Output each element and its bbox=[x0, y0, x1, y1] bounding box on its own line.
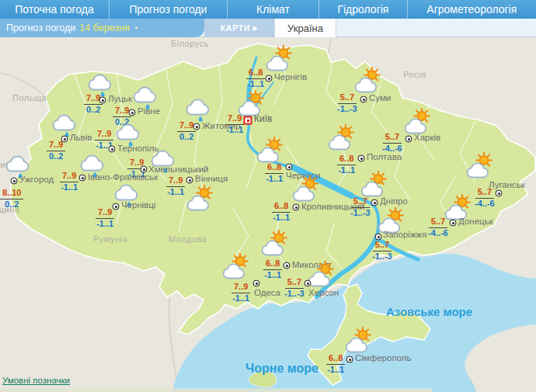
nav-tab-4[interactable]: Гідрологія bbox=[318, 0, 407, 19]
sun-behind-cloud-icon bbox=[186, 185, 214, 214]
nav-tab-3[interactable]: Клімат bbox=[227, 0, 318, 19]
sun-behind-cloud-icon bbox=[328, 124, 356, 154]
night-temp: -1..-3 bbox=[284, 289, 305, 299]
day-temp: 7..9 bbox=[225, 114, 244, 125]
chevron-down-icon: ▼ bbox=[134, 26, 138, 31]
city-label-Суми[interactable]: Суми bbox=[369, 93, 391, 102]
day-temp: 6..8 bbox=[272, 202, 291, 213]
top-navigation: Поточна погодаПрогноз погодиКліматГідрол… bbox=[0, 0, 536, 19]
temperature-Одеса: 7..9-1..1 bbox=[231, 283, 250, 303]
city-label-Одеса[interactable]: Одеса bbox=[254, 288, 280, 297]
city-marker-Миколаїв[interactable] bbox=[284, 262, 291, 269]
forecast-date-selector[interactable]: Прогноз погоди 14 березня ▼ bbox=[0, 19, 204, 37]
arrow-right-icon: ▶ bbox=[252, 25, 258, 32]
city-marker-Одеса[interactable] bbox=[253, 280, 260, 287]
nav-tab-1[interactable]: Поточна погода bbox=[0, 0, 109, 19]
night-temp: -4..-6 bbox=[428, 228, 448, 238]
tab-ukraine-label: Україна bbox=[287, 23, 323, 34]
legend-link[interactable]: Умовні позначки bbox=[2, 376, 70, 385]
city-label-Луцьк[interactable]: Луцьк bbox=[108, 94, 132, 103]
day-temp: 5..7 bbox=[351, 197, 370, 208]
city-label-Київ[interactable]: Київ bbox=[254, 113, 272, 124]
city-label-Полтава[interactable]: Полтава bbox=[367, 152, 402, 161]
sun-behind-cloud-icon bbox=[261, 230, 289, 259]
sun-behind-cloud-icon bbox=[266, 45, 294, 75]
city-marker-Тернопіль[interactable] bbox=[109, 146, 116, 153]
temperature-Чернігів: 6..8-1..1 bbox=[246, 68, 265, 88]
temperature-Миколаїв: 6..8-1..1 bbox=[263, 259, 282, 279]
city-marker-Черкаси[interactable] bbox=[286, 164, 293, 171]
city-marker-Луганськ[interactable] bbox=[496, 190, 503, 197]
day-temp: 6..8 bbox=[263, 259, 282, 270]
temperature-Харків: 5..7-4..-6 bbox=[382, 133, 402, 153]
temperature-Донецьк: 5..7-4..-6 bbox=[428, 217, 448, 238]
city-marker-Донецьк[interactable] bbox=[450, 220, 457, 227]
city-marker-Ужгород[interactable] bbox=[11, 178, 18, 185]
night-temp: 0..2 bbox=[5, 199, 19, 210]
night-temp: -1..1 bbox=[273, 213, 290, 223]
city-label-Рівне[interactable]: Рівне bbox=[137, 106, 160, 116]
city-marker-Кропивницький[interactable] bbox=[293, 204, 300, 211]
nav-tab-5[interactable]: Агрометеорологія bbox=[407, 0, 536, 19]
day-temp: 6..8 bbox=[246, 68, 265, 79]
city-marker-Чернівці[interactable] bbox=[113, 203, 120, 210]
maps-button[interactable]: КАРТИ ▶ bbox=[204, 19, 274, 37]
capital-marker-Київ[interactable] bbox=[244, 116, 252, 125]
day-temp: 8..10 bbox=[0, 189, 23, 199]
city-label-Сімферополь[interactable]: Сімферополь bbox=[355, 353, 412, 363]
city-marker-Чернігів[interactable] bbox=[266, 75, 273, 82]
night-temp: -4..-6 bbox=[475, 199, 495, 209]
city-marker-Луцьк[interactable] bbox=[99, 97, 106, 104]
city-marker-Рівне[interactable] bbox=[129, 109, 136, 116]
map-area: Умовні позначки ПольщаБілорусьРосіяМолдо… bbox=[0, 37, 536, 392]
city-label-Донецьк[interactable]: Донецьк bbox=[458, 217, 493, 226]
city-marker-Херсон[interactable] bbox=[305, 280, 312, 287]
city-label-Львів[interactable]: Львів bbox=[70, 133, 92, 142]
city-label-Чернівці[interactable]: Чернівці bbox=[121, 200, 156, 210]
sun-behind-cloud-icon bbox=[345, 327, 373, 356]
city-label-Чернігів[interactable]: Чернігів bbox=[274, 72, 307, 82]
forecast-date[interactable]: 14 березня bbox=[79, 23, 129, 33]
maps-button-label: КАРТИ bbox=[221, 23, 251, 33]
city-label-Ужгород[interactable]: Ужгород bbox=[19, 175, 54, 184]
day-temp: 5..7 bbox=[338, 93, 357, 104]
temperature-Кропивницький: 6..8-1..1 bbox=[272, 202, 291, 222]
city-marker-Харків[interactable] bbox=[405, 136, 412, 143]
city-marker-Полтава[interactable] bbox=[358, 155, 365, 162]
country-label: Румунія bbox=[93, 234, 127, 244]
city-marker-Запоріжжя[interactable] bbox=[375, 234, 382, 241]
day-temp: 5..7 bbox=[373, 241, 392, 252]
forecast-section-label: Прогноз погоди bbox=[6, 23, 75, 33]
city-label-Запоріжжя[interactable]: Запоріжжя bbox=[383, 230, 427, 239]
city-label-Луганськ[interactable]: Луганськ bbox=[489, 180, 525, 189]
city-label-Херсон[interactable]: Херсон bbox=[308, 288, 339, 297]
night-temp: -1..1 bbox=[338, 165, 355, 175]
day-temp: 5..7 bbox=[475, 188, 494, 199]
city-label-Харків[interactable]: Харків bbox=[414, 133, 440, 142]
night-temp: -1..1 bbox=[264, 270, 281, 280]
city-marker-Суми[interactable] bbox=[360, 96, 367, 103]
nav-tab-2[interactable]: Прогноз погоди bbox=[109, 0, 227, 19]
city-marker-Сімферополь[interactable] bbox=[346, 356, 353, 363]
tab-ukraine[interactable]: Україна bbox=[274, 19, 336, 37]
city-label-Дніпро[interactable]: Дніпро bbox=[380, 196, 408, 206]
night-temp: -1..1 bbox=[167, 187, 184, 197]
city-marker-Львів[interactable] bbox=[61, 136, 68, 143]
temperature-Івано-Франківськ: 7..9-1..1 bbox=[60, 172, 78, 192]
night-temp: -1..1 bbox=[226, 125, 243, 135]
night-temp: 0..2 bbox=[179, 132, 193, 142]
city-marker-Житомир[interactable] bbox=[193, 123, 200, 130]
sun-behind-cloud-icon bbox=[222, 253, 250, 283]
sun-behind-cloud-icon bbox=[308, 261, 336, 290]
day-temp: 5..7 bbox=[285, 278, 304, 289]
day-temp: 7..9 bbox=[95, 130, 113, 140]
night-temp: -1..1 bbox=[61, 182, 78, 193]
sea-label: Азовське море bbox=[386, 305, 472, 318]
city-marker-Дніпро[interactable] bbox=[371, 199, 378, 206]
temperature-Суми: 5..7-1..-3 bbox=[337, 93, 357, 113]
temperature-Вінниця: 7..9-1..1 bbox=[166, 176, 185, 196]
city-marker-Вінниця[interactable] bbox=[186, 177, 193, 184]
city-label-Вінниця[interactable]: Вінниця bbox=[195, 174, 228, 183]
temperature-Полтава: 6..8-1..1 bbox=[337, 154, 356, 175]
city-marker-Івано-Франківськ[interactable] bbox=[79, 175, 86, 182]
